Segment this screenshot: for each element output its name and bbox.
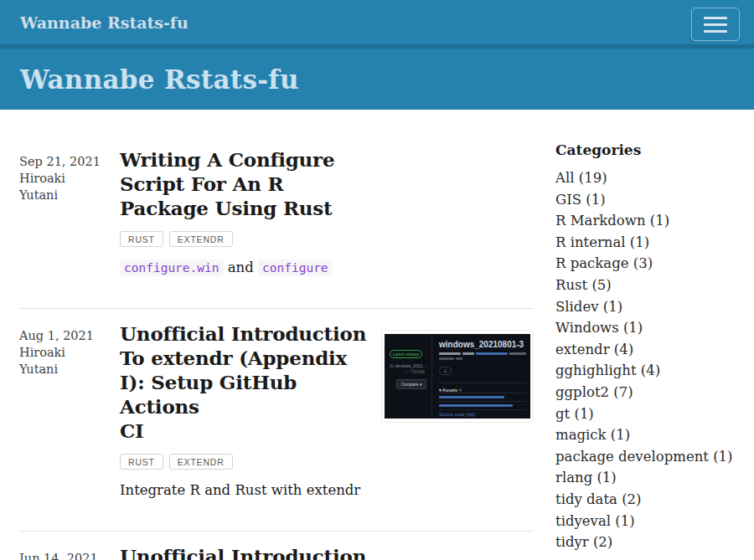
post-tag: RUST [120,231,163,247]
navbar: Wannabe Rstats-fu [0,0,754,49]
post-title-link[interactable]: Unofficial Introduction To extendr (Appe… [120,321,381,443]
category-item[interactable]: tidyr (2) [555,532,735,553]
post-item[interactable]: Aug 1, 2021HiroakiYutaniUnofficial Intro… [19,308,534,531]
post-author: Hiroaki [19,344,120,361]
category-item[interactable]: R Markdown (1) [555,210,735,232]
post-list: Sep 21, 2021HiroakiYutaniWriting A Confi… [19,147,534,560]
post-tags: RUSTEXTENDR [120,454,381,470]
category-item[interactable]: gghighlight (4) [555,360,735,382]
category-item[interactable]: All (19) [555,167,735,189]
banner-title: Wannabe Rstats-fu [20,64,299,95]
post-description: Integrate R and Rust with extendr [120,480,381,501]
post-main: Unofficial Introduction To extendr (2): … [120,544,381,560]
post-author: Hiroaki [19,170,120,187]
post-title-link[interactable]: Writing A Configure Script For An R Pack… [120,147,381,220]
category-item[interactable]: tidy data (2) [555,489,735,511]
category-item[interactable]: magick (1) [555,424,735,446]
asset-link [439,401,526,409]
github-release-mock: Latest release ⦿ windows_2021… -◦- 77b13… [385,334,530,419]
category-item[interactable]: GIS (1) [555,189,735,211]
category-item[interactable]: tidyeval (1) [555,511,735,532]
post-thumb-col: Latest release ⦿ windows_2021… -◦- 77b13… [381,321,534,501]
category-item[interactable]: extendr (4) [555,339,735,361]
post-title-link[interactable]: Unofficial Introduction To extendr (2): … [120,544,381,560]
category-item[interactable]: Rust (5) [555,275,735,296]
post-meta: Sep 21, 2021HiroakiYutani [19,147,120,278]
commit-hash-label: -◦- 77b1341 [390,370,428,374]
assets-heading: ▾ Assets 4 [439,383,526,393]
release-meta-line [439,352,526,355]
categories-list: All (19)GIS (1)R Markdown (1)R internal … [555,167,735,553]
category-item[interactable]: rlang (1) [555,467,735,489]
category-item[interactable]: R internal (1) [555,232,735,254]
post-main: Writing A Configure Script For An R Pack… [120,147,381,278]
menu-toggle-button[interactable] [691,8,740,41]
post-date: Sep 21, 2021 [19,153,120,170]
post-date: Aug 1, 2021 [19,327,120,344]
category-item[interactable]: gt (1) [555,403,735,425]
post-item[interactable]: Sep 21, 2021HiroakiYutaniWriting A Confi… [19,147,534,308]
post-tag: RUST [120,454,163,470]
post-description: configure.win and configure [120,258,381,278]
source-zip-link: Source code (zip) [439,409,526,419]
post-tags: RUSTEXTENDR [120,231,381,247]
post-author: Yutani [19,187,120,203]
post-author: Yutani [19,361,120,378]
category-item[interactable]: ggplot2 (7) [555,382,735,403]
inline-code: configure.win [120,259,224,276]
post-main: Unofficial Introduction To extendr (Appe… [120,321,381,501]
post-date: Jun 14, 2021 [19,550,120,560]
categories-sidebar: Categories All (19)GIS (1)R Markdown (1)… [555,141,735,560]
description-text: and [224,259,259,275]
site-title-link[interactable]: Wannabe Rstats-fu [20,13,188,32]
category-item[interactable]: R package (3) [555,253,735,275]
site-banner: Wannabe Rstats-fu [0,49,754,110]
page-body: Sep 21, 2021HiroakiYutaniWriting A Confi… [0,110,754,560]
reaction-button: ☺ [439,367,452,375]
release-title: windows_20210801-3 [439,340,526,349]
post-meta: Jun 14, 2021HiroakiYutani [19,544,120,560]
asset-link [439,393,526,401]
post-tag: EXTENDR [169,454,233,470]
post-tag: EXTENDR [169,231,233,247]
release-subline [439,357,526,360]
hamburger-icon [704,17,727,33]
post-meta: Aug 1, 2021HiroakiYutani [19,321,120,501]
latest-release-badge: Latest release [390,350,422,358]
categories-heading: Categories [555,141,735,158]
category-item[interactable]: package development (1) [555,446,735,468]
category-item[interactable]: Windows (1) [555,317,735,339]
inline-code: configure [258,259,333,276]
post-thumbnail[interactable]: Latest release ⦿ windows_2021… -◦- 77b13… [381,330,534,423]
category-item[interactable]: Slidev (1) [555,296,735,318]
description-text: Integrate R and Rust with extendr [120,482,360,498]
release-tag-label: ⦿ windows_2021… [390,363,428,368]
compare-button: Compare ▾ [396,379,426,389]
post-item[interactable]: Jun 14, 2021HiroakiYutaniUnofficial Intr… [19,531,534,560]
